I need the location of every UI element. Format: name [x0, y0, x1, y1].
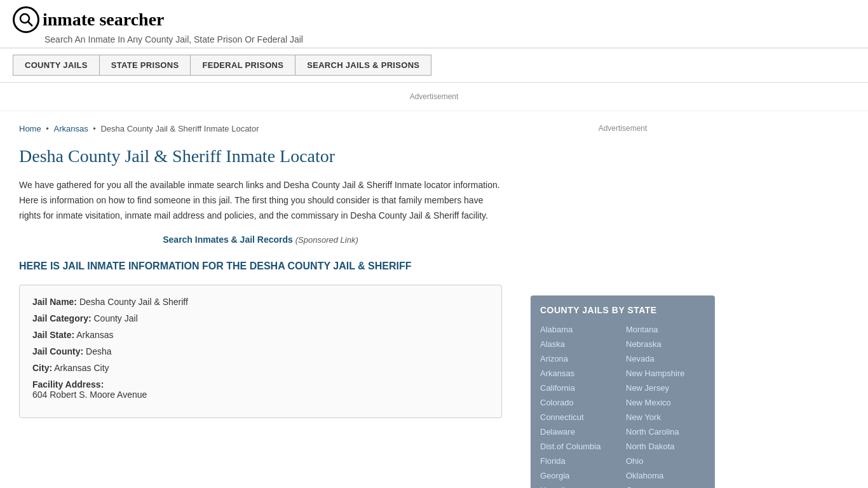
nav-county-jails[interactable]: COUNTY JAILS: [13, 55, 99, 76]
sidebar: Advertisement COUNTY JAILS BY STATE Alab…: [521, 111, 724, 488]
breadcrumb: Home • Arkansas • Desha County Jail & Sh…: [19, 124, 502, 133]
nav-federal-prisons[interactable]: FEDERAL PRISONS: [190, 55, 295, 76]
jail-category-value-text: County Jail: [93, 313, 137, 323]
state-link[interactable]: Arkansas: [540, 367, 620, 380]
state-link[interactable]: New Hampshire: [626, 367, 705, 380]
states-grid: AlabamaMontanaAlaskaNebraskaArizonaNevad…: [540, 323, 705, 488]
state-link[interactable]: Alaska: [540, 337, 620, 351]
state-link[interactable]: California: [540, 381, 620, 395]
site-tagline: Search An Inmate In Any County Jail, Sta…: [13, 34, 855, 44]
jail-address-value: 604 Robert S. Moore Avenue: [32, 390, 489, 400]
jail-address-label: Facility Address:: [32, 379, 489, 390]
jail-state-value-text: Arkansas: [76, 330, 113, 340]
state-link[interactable]: New Jersey: [626, 381, 705, 395]
state-link[interactable]: Oregon: [626, 484, 705, 488]
nav-state-prisons[interactable]: STATE PRISONS: [99, 55, 191, 76]
sponsored-link[interactable]: Search Inmates & Jail Records: [163, 234, 293, 245]
nav-search-jails-prisons[interactable]: SEARCH JAILS & PRISONS: [295, 55, 431, 76]
section-heading: HERE IS JAIL INMATE INFORMATION FOR THE …: [19, 261, 502, 272]
site-logo-text: inmate searcher: [43, 10, 165, 30]
state-link[interactable]: Florida: [540, 454, 620, 468]
jail-city-value-text: Arkansas City: [54, 363, 109, 373]
state-link[interactable]: North Carolina: [626, 425, 705, 438]
county-jails-by-state-box: COUNTY JAILS BY STATE AlabamaMontanaAlas…: [531, 295, 715, 488]
jail-category-label: Jail Category:: [32, 313, 92, 323]
state-link[interactable]: Colorado: [540, 396, 620, 409]
jail-name-label: Jail Name:: [32, 297, 77, 307]
svg-line-1: [29, 22, 33, 27]
state-link[interactable]: New Mexico: [626, 396, 705, 409]
main-nav: COUNTY JAILS STATE PRISONS FEDERAL PRISO…: [0, 48, 868, 83]
state-link[interactable]: Alabama: [540, 323, 620, 336]
state-link[interactable]: Arizona: [540, 352, 620, 365]
breadcrumb-state[interactable]: Arkansas: [53, 124, 88, 133]
state-link[interactable]: North Dakota: [626, 440, 705, 453]
state-link[interactable]: Montana: [626, 323, 705, 336]
top-ad-banner: Advertisement: [0, 83, 868, 111]
jail-name-row: Jail Name: Desha County Jail & Sheriff: [32, 297, 489, 307]
page-title: Desha County Jail & Sheriff Inmate Locat…: [19, 146, 502, 166]
state-link[interactable]: Oklahoma: [626, 469, 705, 482]
state-box-title: COUNTY JAILS BY STATE: [540, 305, 705, 315]
sidebar-ad: Advertisement: [531, 124, 715, 283]
jail-state-row: Jail State: Arkansas: [32, 330, 489, 340]
sponsored-note-text: (Sponsored Link): [295, 235, 358, 245]
state-link[interactable]: Delaware: [540, 425, 620, 438]
state-link[interactable]: Connecticut: [540, 410, 620, 424]
breadcrumb-home[interactable]: Home: [19, 124, 41, 133]
state-link[interactable]: Ohio: [626, 454, 705, 468]
jail-city-row: City: Arkansas City: [32, 363, 489, 373]
state-link[interactable]: Nebraska: [626, 337, 705, 351]
breadcrumb-sep2: •: [93, 124, 98, 133]
jail-county-row: Jail County: Desha: [32, 346, 489, 356]
intro-text: We have gathered for you all the availab…: [19, 178, 502, 223]
main-content: Home • Arkansas • Desha County Jail & Sh…: [0, 111, 521, 488]
jail-state-label: Jail State:: [32, 330, 74, 340]
state-link[interactable]: Dist.of Columbia: [540, 440, 620, 453]
jail-address-row: Facility Address: 604 Robert S. Moore Av…: [32, 379, 489, 400]
site-header: inmate searcher Search An Inmate In Any …: [0, 0, 868, 83]
state-link[interactable]: Nevada: [626, 352, 705, 365]
state-link[interactable]: Georgia: [540, 469, 620, 482]
jail-county-label: Jail County:: [32, 346, 83, 356]
state-link[interactable]: New York: [626, 410, 705, 424]
jail-name-value-text: Desha County Jail & Sheriff: [79, 297, 188, 307]
jail-info-box: Jail Name: Desha County Jail & Sheriff J…: [19, 285, 502, 418]
state-link[interactable]: Hawaii: [540, 484, 620, 488]
jail-category-row: Jail Category: County Jail: [32, 313, 489, 323]
jail-city-label: City:: [32, 363, 52, 373]
breadcrumb-current: Desha County Jail & Sheriff Inmate Locat…: [100, 124, 259, 133]
breadcrumb-sep1: •: [46, 124, 51, 133]
logo-icon: [13, 6, 39, 33]
jail-county-value-text: Desha: [86, 346, 111, 356]
sponsored-link-container: Search Inmates & Jail Records (Sponsored…: [19, 234, 502, 245]
svg-point-0: [20, 14, 29, 23]
